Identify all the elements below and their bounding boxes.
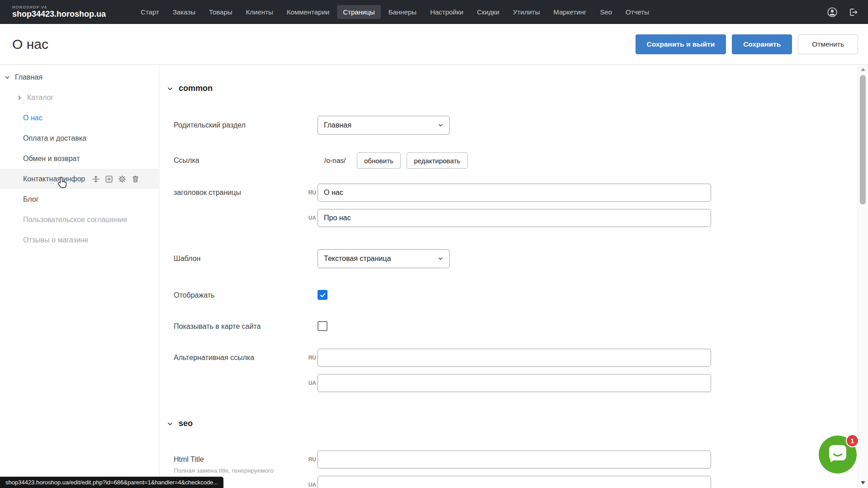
html-title-ua-input[interactable] <box>318 476 711 488</box>
nav-item[interactable]: Клиенты <box>240 5 279 19</box>
section-seo-header[interactable]: seo <box>167 419 193 428</box>
link-edit-button[interactable]: редактировать <box>407 152 468 169</box>
sidebar-item[interactable]: О нас <box>0 108 159 128</box>
html-title-label: Html Title <box>174 450 305 469</box>
vertical-scrollbar <box>858 65 868 488</box>
field-link: Ссылка /o-nas/ обновить редактировать <box>160 152 858 169</box>
sitemap-checkbox[interactable] <box>318 321 327 331</box>
nav-item[interactable]: Страницы <box>337 5 380 19</box>
nav-item[interactable]: Отчеты <box>620 5 655 19</box>
chevron-down-icon <box>167 85 173 92</box>
link-refresh-button[interactable]: обновить <box>357 152 401 169</box>
logo-domain: shop34423.horoshop.ua <box>12 10 106 19</box>
nav-item[interactable]: Утилиты <box>507 5 546 19</box>
html-title-ru-input[interactable] <box>318 450 711 469</box>
sidebar-item[interactable]: Блог <box>0 189 159 209</box>
sitemap-label: Показывать в карте сайта <box>174 321 305 332</box>
sidebar-item[interactable]: Оплата и доставка <box>0 128 159 148</box>
sidebar-item-label: Блог <box>23 195 39 204</box>
logout-icon[interactable] <box>847 6 859 18</box>
section-common-label: common <box>179 84 213 93</box>
chat-widget-button[interactable]: 1 <box>819 436 857 474</box>
nav-item[interactable]: Комментарии <box>281 5 335 19</box>
page: HOROSHOP V4 shop34423.horoshop.ua СтартЗ… <box>0 0 868 488</box>
scroll-down-arrow[interactable] <box>861 481 865 484</box>
template-select[interactable]: Текстовая страница <box>318 249 450 268</box>
field-page-title-ru: заголовок страницы RU <box>160 184 858 202</box>
top-navbar: HOROSHOP V4 shop34423.horoshop.ua СтартЗ… <box>0 0 868 24</box>
page-title-ua-input[interactable] <box>318 209 711 227</box>
parent-section-select[interactable]: Главная <box>318 116 450 135</box>
sidebar-item-label: Контактная инфор <box>23 175 85 183</box>
section-common-header[interactable]: common <box>167 84 213 93</box>
logo[interactable]: HOROSHOP V4 shop34423.horoshop.ua <box>12 5 106 18</box>
alt-link-ru-input[interactable] <box>318 349 711 367</box>
display-checkbox[interactable] <box>318 290 327 300</box>
nav-item[interactable]: Маркетинг <box>547 5 592 19</box>
alt-link-ua-input[interactable] <box>318 374 711 392</box>
sidebar-item-label: Обмен и возврат <box>23 155 80 163</box>
check-icon <box>319 292 326 298</box>
status-url: shop34423.horoshop.ua/edit/edit.php?id=6… <box>0 477 223 488</box>
sidebar-item-label: О нас <box>23 114 43 122</box>
trash-icon[interactable] <box>131 175 140 184</box>
html-title-hint: Полная замена title, генерируемого <box>174 467 274 474</box>
sidebar-item[interactable]: Отзывы о магазине <box>0 230 159 250</box>
chevron-right-icon[interactable] <box>17 95 22 100</box>
sidebar-item[interactable]: Контактная инфор <box>0 169 159 189</box>
nav-item[interactable]: Заказы <box>167 5 201 19</box>
lang-badge-ru: RU <box>295 450 316 469</box>
field-sitemap: Показывать в карте сайта <box>160 321 858 332</box>
edit-form: common Родительский раздел Главная Ссылк… <box>159 65 858 488</box>
account-icon[interactable] <box>826 6 838 18</box>
lang-badge-ru: RU <box>295 184 316 202</box>
nav-item[interactable]: Баннеры <box>383 5 422 19</box>
page-title-label: заголовок страницы <box>174 184 305 202</box>
field-parent-section: Родительский раздел Главная <box>160 116 858 135</box>
template-label: Шаблон <box>174 249 305 268</box>
scrollbar-thumb[interactable] <box>860 75 866 204</box>
sidebar-item-label: Оплата и доставка <box>23 134 86 142</box>
nav-item[interactable]: Настройки <box>424 5 470 19</box>
row-actions <box>91 175 140 184</box>
cancel-button[interactable]: Отменить <box>798 34 858 54</box>
page-title-ru-input[interactable] <box>318 184 711 202</box>
sidebar-item-label: Пользовательское соглашение <box>23 216 127 224</box>
save-and-exit-button[interactable]: Сохранить и выйти <box>636 34 726 54</box>
field-html-title-ua: UA <box>160 476 858 488</box>
display-label: Отображать <box>174 290 305 301</box>
lang-badge-ru: RU <box>295 349 316 367</box>
sidebar-item[interactable]: Главная <box>0 67 159 87</box>
lang-badge-ua: UA <box>295 209 316 227</box>
chevron-down-icon <box>437 122 444 128</box>
field-page-title-ua: UA <box>160 209 858 227</box>
page-header: О нас Сохранить и выйти Сохранить Отмени… <box>0 24 868 65</box>
field-display: Отображать <box>160 290 858 301</box>
lang-badge-ua: UA <box>295 476 316 488</box>
sidebar-item-label: Главная <box>15 73 43 81</box>
sidebar-item[interactable]: Каталог <box>0 87 159 108</box>
field-alt-link-ua: UA <box>160 374 858 392</box>
scroll-up-arrow[interactable] <box>861 68 865 71</box>
sidebar-item-label: Каталог <box>27 94 53 102</box>
field-template: Шаблон Текстовая страница <box>160 249 858 268</box>
nav-item[interactable]: Старт <box>135 5 165 19</box>
link-path: /o-nas/ <box>324 152 346 169</box>
alt-link-label: Альтернативная ссылка <box>174 349 305 367</box>
sidebar-item[interactable]: Обмен и возврат <box>0 148 159 169</box>
save-button[interactable]: Сохранить <box>732 34 792 54</box>
chevron-down-icon <box>437 256 444 262</box>
page-title: О нас <box>12 37 48 52</box>
gear-icon[interactable] <box>118 175 127 184</box>
move-icon[interactable] <box>91 175 100 184</box>
chevron-down-icon <box>167 421 173 427</box>
add-icon[interactable] <box>104 175 114 184</box>
nav-item[interactable]: Скидки <box>471 5 505 19</box>
nav-item[interactable]: Seo <box>594 5 618 19</box>
header-actions: Сохранить и выйти Сохранить Отменить <box>636 34 858 54</box>
chevron-down-icon[interactable] <box>5 75 10 80</box>
nav-item[interactable]: Товары <box>203 5 238 19</box>
field-alt-link-ru: Альтернативная ссылка RU <box>160 349 858 367</box>
lang-badge-ua: UA <box>295 374 316 392</box>
sidebar-item[interactable]: Пользовательское соглашение <box>0 209 159 230</box>
